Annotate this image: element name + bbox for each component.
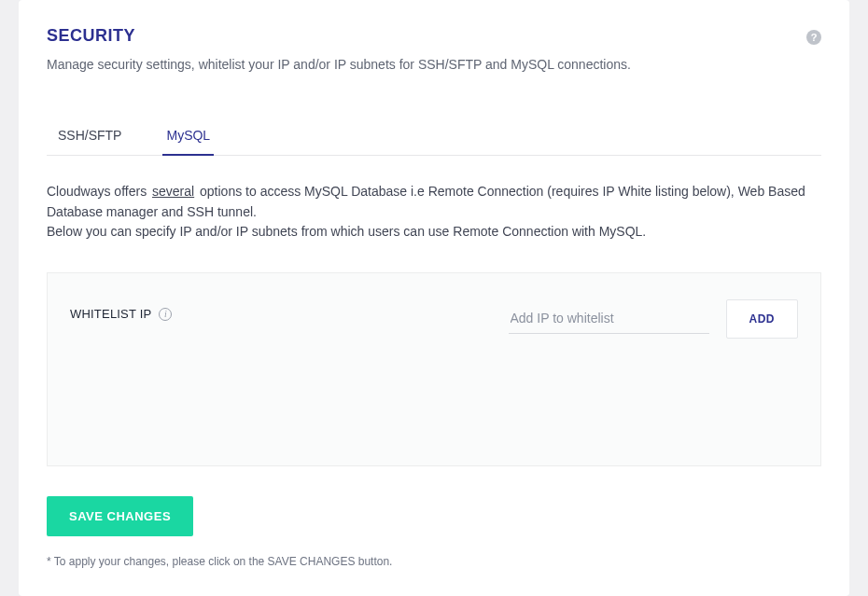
footnote: * To apply your changes, please click on…	[47, 555, 821, 568]
save-changes-button[interactable]: SAVE CHANGES	[47, 496, 193, 536]
security-settings-card: SECURITY Manage security settings, white…	[19, 0, 849, 596]
help-icon[interactable]: ?	[806, 30, 821, 45]
several-link[interactable]: several	[150, 184, 196, 199]
header-text-block: SECURITY Manage security settings, white…	[47, 26, 631, 75]
tab-ssh-sftp[interactable]: SSH/SFTP	[54, 120, 125, 156]
whitelist-label: WHITELIST IP	[70, 307, 151, 321]
page-title: SECURITY	[47, 26, 631, 46]
info-icon[interactable]: i	[159, 308, 172, 321]
tabs: SSH/SFTP MySQL	[47, 119, 821, 156]
whitelist-label-wrap: WHITELIST IP i	[70, 299, 172, 321]
desc-line2: Below you can specify IP and/or IP subne…	[47, 224, 646, 239]
header-row: SECURITY Manage security settings, white…	[47, 26, 821, 75]
whitelist-row: WHITELIST IP i ADD	[70, 299, 798, 339]
whitelist-panel: WHITELIST IP i ADD	[47, 272, 821, 466]
tab-mysql[interactable]: MySQL	[162, 120, 214, 156]
tab-description: Cloudways offers several options to acce…	[47, 182, 821, 243]
whitelist-input-group: ADD	[509, 299, 799, 339]
page-subtitle: Manage security settings, whitelist your…	[47, 55, 631, 75]
desc-part1: Cloudways offers	[47, 184, 150, 199]
whitelist-ip-input[interactable]	[509, 305, 709, 334]
add-button[interactable]: ADD	[726, 299, 799, 339]
